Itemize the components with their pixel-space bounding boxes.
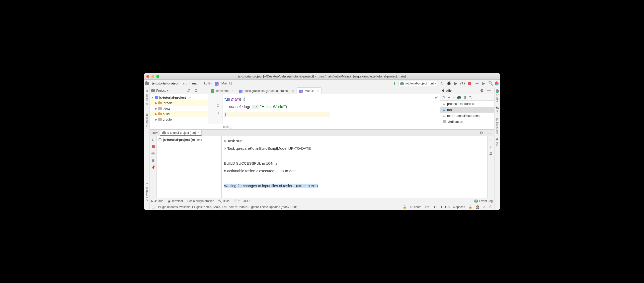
add-icon[interactable]: + (448, 95, 450, 100)
editor-breadcrumb[interactable]: main() (208, 124, 440, 129)
tab-todo[interactable]: ☰6: TODO (234, 199, 250, 203)
tab-build[interactable]: 🔨Build (218, 199, 230, 203)
tree-root[interactable]: ▼ js-tutorial-project ~/… (150, 95, 208, 100)
run-tree[interactable]: js-tutorial-project [ru 39 s (157, 136, 222, 198)
status-position[interactable]: 15:1 (425, 205, 431, 209)
coverage-button[interactable]: ▶ (454, 81, 458, 86)
minimize-icon[interactable] (151, 75, 154, 78)
ide-window: js-tutorial-project [~/Desktop/delpls/js… (144, 73, 500, 210)
tab-event-log[interactable]: 2Event Log (474, 199, 493, 203)
console-output[interactable]: > Task :run > Task :prepareKotlinBuildSc… (222, 136, 487, 198)
task-test-process-resources[interactable]: ⚙testProcessResources (440, 112, 494, 118)
tree-item-build-dir[interactable]: ▶build (150, 111, 208, 116)
debug-button[interactable]: 🐞 (446, 81, 451, 86)
chevron-icon: ▶ (155, 107, 157, 110)
status-line-separator[interactable]: LF (434, 205, 438, 209)
code-editor[interactable]: 1 2 3 fun main() { console.log( …o: "Hel… (208, 94, 440, 124)
build-icon[interactable]: ⬇ (392, 81, 397, 86)
lock-icon[interactable]: 🔓 (403, 205, 406, 209)
tab-build-gradle[interactable]: build.gradle.kts (js-tutorial-project)× (236, 88, 296, 94)
warning-icon[interactable]: ⚠ (483, 205, 486, 209)
status-message[interactable]: Plugin updates available: Plugins: Kotli… (158, 205, 298, 209)
collapse-icon[interactable]: ⇅ (469, 95, 472, 100)
chevron-icon: ▶ (155, 102, 157, 104)
task-run[interactable]: ⚙run (440, 106, 494, 112)
code-content[interactable]: fun main() { console.log( …o: "Hello, Wo… (222, 94, 440, 124)
run-tab[interactable]: js-tutorial-project [run] × (160, 130, 202, 136)
soft-wrap-icon[interactable]: ↩ (489, 138, 492, 142)
layout-button[interactable]: ⊞ (152, 158, 155, 163)
chevron-icon: ▶ (155, 118, 157, 121)
gear-icon[interactable]: ⚙ (194, 88, 198, 93)
tab-database[interactable]: 🗄Database (496, 117, 500, 135)
remove-icon[interactable]: − (452, 95, 455, 100)
close-icon[interactable]: × (198, 131, 200, 134)
titlebar: js-tutorial-project [~/Desktop/delpls/js… (144, 73, 500, 80)
gradle-icon[interactable] (457, 96, 461, 99)
tree-item-idea-dir[interactable]: ▶.idea (150, 106, 208, 111)
close-icon[interactable]: × (292, 89, 294, 93)
hide-icon[interactable]: — (487, 131, 492, 135)
tree-item-gradle-wrapper[interactable]: ▶gradle (150, 116, 208, 122)
task-process-resources[interactable]: ⚙processResources (440, 101, 494, 106)
refresh-icon[interactable]: ↻ (442, 95, 445, 100)
pin-button[interactable]: 📌 (151, 165, 156, 170)
run-config-selector[interactable]: js-tutorial-project [run] ▾ (398, 81, 438, 86)
close-icon[interactable]: × (317, 89, 319, 93)
tab-structure[interactable]: 7: Structure (145, 112, 149, 129)
inspection-ok-icon[interactable]: ✔ (435, 95, 438, 100)
tab-bsp[interactable]: ⬢bsp (495, 136, 500, 148)
tab-ant[interactable]: 🐜Ant (495, 104, 500, 116)
profile-button[interactable]: ◔▾ (460, 81, 465, 86)
status-encoding[interactable]: UTF-8 (441, 205, 450, 209)
breadcrumb-main[interactable]: main (191, 81, 200, 86)
run-button[interactable]: ↻ (440, 81, 444, 86)
info-icon[interactable]: ⓘ (489, 205, 492, 209)
tab-terminal[interactable]: ▣Terminal (168, 199, 183, 203)
stop-button[interactable] (152, 145, 155, 149)
gear-icon[interactable]: ⚙ (479, 131, 484, 135)
gear-icon: ⚙ (443, 114, 446, 118)
search-icon[interactable]: 🔍 (488, 81, 493, 86)
tab-project[interactable]: 1: Project▮ (144, 88, 149, 107)
close-icon[interactable]: × (232, 89, 234, 93)
task-group-verification[interactable]: verification (440, 118, 494, 124)
status-chars: 63 chars (410, 205, 422, 209)
breadcrumb-src[interactable]: src (182, 81, 188, 86)
rerun-button[interactable]: ↻ (152, 138, 155, 142)
collapse-icon[interactable]: ⇵ (186, 88, 191, 93)
breadcrumb-kotlin[interactable]: kotlin (203, 81, 212, 86)
status-indent[interactable]: 4 spaces (453, 205, 465, 209)
run-tree-item[interactable]: js-tutorial-project [ru 39 s (158, 138, 220, 142)
expand-icon[interactable]: ⇵ (463, 95, 466, 100)
close-icon[interactable] (146, 75, 149, 78)
tab-scala-profiler[interactable]: Scala plugin profiler (188, 199, 214, 203)
print-icon[interactable]: 🖶 (489, 152, 493, 156)
hide-icon[interactable]: — (487, 88, 492, 93)
status-icon[interactable]: ▢ (152, 205, 154, 209)
stop-button[interactable] (468, 81, 472, 86)
ide-logo-icon[interactable] (495, 82, 499, 86)
chevron-down-icon[interactable]: ▾ (167, 89, 168, 92)
window-title: js-tutorial-project [~/Desktop/delpls/js… (144, 74, 500, 78)
run-anything-button[interactable]: ▶ (482, 81, 486, 86)
attach-button[interactable]: ⇥ (474, 81, 479, 86)
project-tree[interactable]: ▼ js-tutorial-project ~/… ▶.gradle ▶.ide… (150, 94, 208, 129)
show-button[interactable]: 👁 (151, 152, 155, 156)
lock-icon[interactable]: 🔒 (468, 205, 472, 209)
star-icon: ★ (145, 182, 148, 186)
tab-run[interactable]: ▶4: Run (151, 199, 163, 203)
breadcrumb-root[interactable]: js-tutorial-project (151, 81, 180, 86)
gradle-task-list[interactable]: ⚙processResources ⚙run ⚙testProcessResou… (440, 101, 494, 129)
tab-gradle[interactable]: Gradle (495, 88, 500, 104)
gear-icon[interactable]: ⚙ (480, 88, 484, 93)
tree-item-gradle-dir[interactable]: ▶.gradle (150, 100, 208, 106)
tab-index-html[interactable]: Hindex.html× (208, 88, 236, 94)
tab-favorites[interactable]: 2: Favorites★ (144, 181, 149, 202)
scroll-icon[interactable]: ⤓ (489, 145, 492, 149)
zoom-icon[interactable] (156, 75, 159, 78)
breadcrumb-file[interactable]: Main.kt (220, 81, 233, 86)
tab-main-kt[interactable]: Main.kt× (296, 88, 322, 94)
inspector-icon[interactable]: 🤵 (476, 205, 480, 209)
hide-icon[interactable]: — (201, 88, 206, 93)
